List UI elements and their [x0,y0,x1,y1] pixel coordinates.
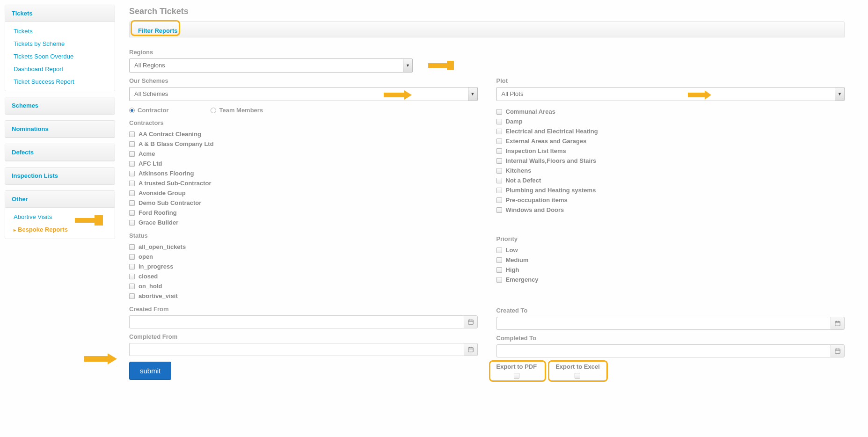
category-row: Damp [496,117,845,126]
contractor-checkbox[interactable] [129,200,135,206]
sidebar-section-inspection-lists: Inspection Lists [5,167,115,185]
category-row: Internal Walls,Floors and Stairs [496,156,845,166]
status-label: Status [129,232,478,239]
page-title: Search Tickets [129,7,845,16]
sidebar-item-tickets-by-scheme[interactable]: Tickets by Scheme [5,37,115,50]
category-checkbox[interactable] [496,158,502,164]
calendar-icon[interactable] [831,344,845,357]
contractor-checkbox[interactable] [129,141,135,147]
contractor-row: A trusted Sub-Contractor [129,178,478,188]
created-to-input[interactable] [496,317,845,330]
category-label: Electrical and Electrical Heating [506,128,598,135]
category-checkbox[interactable] [496,168,502,174]
contractor-label: Ford Roofing [139,209,177,216]
completed-from-input[interactable] [129,343,478,356]
export-excel-group: Export to Excel [555,363,600,379]
category-label: Inspection List Items [506,147,566,154]
sidebar-item-tickets-soon-overdue[interactable]: Tickets Soon Overdue [5,50,115,63]
contractor-checkbox[interactable] [129,181,135,186]
contractor-checkbox[interactable] [129,220,135,226]
regions-select[interactable]: All Regions ▼ [129,58,413,73]
category-label: Plumbing and Heating systems [506,187,596,194]
priority-row: Medium [496,255,845,265]
priority-value: Low [506,247,518,254]
category-checkbox[interactable] [496,188,502,193]
radio-team-members[interactable]: Team Members [211,107,263,114]
sidebar-item-ticket-success-report[interactable]: Ticket Success Report [5,75,115,88]
created-to-field[interactable] [496,317,831,330]
schemes-select-chevron-icon[interactable]: ▼ [468,87,477,101]
contractor-label: AFC Ltd [139,160,162,167]
category-row: Electrical and Electrical Heating [496,126,845,136]
category-row: Windows and Doors [496,205,845,215]
category-checkbox[interactable] [496,129,502,134]
regions-select-chevron-icon[interactable]: ▼ [403,59,412,72]
contractor-checkbox[interactable] [129,190,135,196]
calendar-icon[interactable] [831,317,845,330]
completed-to-input[interactable] [496,344,845,357]
sidebar-item-tickets[interactable]: Tickets [5,25,115,37]
priority-checkbox[interactable] [496,257,502,263]
created-from-label: Created From [129,306,478,313]
sidebar-item-abortive-visits[interactable]: Abortive Visits [5,211,115,223]
tab-filter-reports[interactable]: Filter Reports [133,24,182,37]
contractor-checkbox[interactable] [129,210,135,216]
priority-checkbox[interactable] [496,248,502,253]
status-checkbox[interactable] [129,254,135,260]
contractor-label: Demo Sub Contractor [139,199,201,206]
contractor-row: Ford Roofing [129,208,478,218]
sidebar-section-header-tickets[interactable]: Tickets [5,5,115,22]
contractor-checkbox[interactable] [129,171,135,176]
calendar-icon[interactable] [464,315,478,328]
category-label: Windows and Doors [506,206,564,213]
plot-select-chevron-icon[interactable]: ▼ [835,87,844,101]
status-checkbox[interactable] [129,264,135,269]
contractor-checkbox[interactable] [129,131,135,137]
calendar-icon[interactable] [464,343,478,356]
contractor-label: Avonside Group [139,189,186,197]
category-label: Kitchens [506,167,532,174]
sidebar-section-header-nominations[interactable]: Nominations [5,121,115,138]
category-checkbox[interactable] [496,178,502,183]
schemes-select-value: All Schemes [130,87,468,101]
export-pdf-label: Export to PDF [496,363,537,370]
export-pdf-checkbox[interactable] [514,373,519,379]
status-value: abortive_visit [139,292,178,299]
export-excel-checkbox[interactable] [575,373,580,379]
sidebar-section-header-schemes[interactable]: Schemes [5,97,115,114]
category-row: Kitchens [496,166,845,175]
category-checkbox[interactable] [496,138,502,144]
contractor-checkbox[interactable] [129,161,135,167]
status-checkbox[interactable] [129,284,135,289]
created-from-input[interactable] [129,315,478,328]
sidebar-item-bespoke-reports[interactable]: Bespoke Reports [5,223,115,236]
status-checkbox[interactable] [129,244,135,250]
status-checkbox[interactable] [129,293,135,299]
category-row: Inspection List Items [496,146,845,156]
schemes-select[interactable]: All Schemes ▼ [129,87,478,101]
category-checkbox[interactable] [496,207,502,213]
sidebar-section-header-other[interactable]: Other [5,191,115,208]
completed-from-field[interactable] [129,343,464,356]
contractor-checkbox[interactable] [129,151,135,157]
sidebar-item-dashboard-report[interactable]: Dashboard Report [5,63,115,75]
category-checkbox[interactable] [496,109,502,115]
priority-checkbox[interactable] [496,267,502,273]
completed-to-field[interactable] [496,344,831,357]
contractor-row: Grace Builder [129,218,478,227]
status-value: closed [139,273,158,280]
category-checkbox[interactable] [496,119,502,124]
sidebar-section-header-inspection-lists[interactable]: Inspection Lists [5,168,115,184]
priority-checkbox[interactable] [496,277,502,283]
created-from-field[interactable] [129,315,464,328]
category-checkbox[interactable] [496,197,502,203]
status-checkbox[interactable] [129,274,135,279]
submit-button[interactable]: submit [129,362,171,380]
radio-contractor[interactable]: Contractor [129,107,168,114]
contractor-row: A & B Glass Company Ltd [129,139,478,149]
category-checkbox[interactable] [496,148,502,154]
completed-from-label: Completed From [129,333,478,340]
main-content: Search Tickets Filter Reports Regions Al… [129,5,845,386]
sidebar-section-header-defects[interactable]: Defects [5,144,115,161]
plot-select[interactable]: All Plots ▼ [496,87,845,101]
